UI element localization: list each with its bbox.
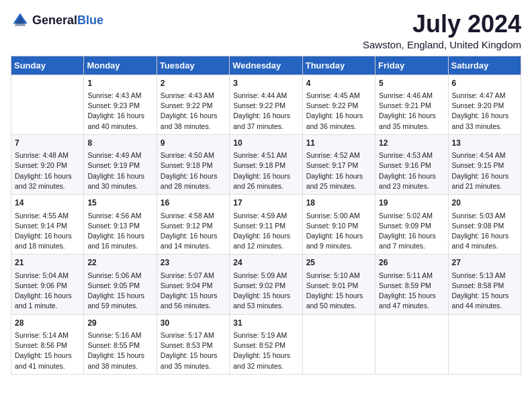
calendar-cell	[302, 314, 375, 374]
cell-content: Sunrise: 4:44 AM Sunset: 9:22 PM Dayligh…	[233, 91, 298, 132]
day-number: 12	[379, 138, 444, 149]
day-number: 19	[379, 197, 444, 209]
weekday-header: Wednesday	[230, 56, 302, 75]
calendar-cell: 28Sunrise: 5:14 AM Sunset: 8:56 PM Dayli…	[11, 314, 84, 374]
calendar-cell: 12Sunrise: 4:53 AM Sunset: 9:16 PM Dayli…	[375, 134, 448, 194]
weekday-header: Sunday	[11, 56, 84, 75]
calendar-cell	[11, 75, 84, 134]
day-number: 9	[161, 138, 226, 149]
calendar-cell: 8Sunrise: 4:49 AM Sunset: 9:19 PM Daylig…	[84, 134, 157, 194]
calendar-cell: 14Sunrise: 4:55 AM Sunset: 9:14 PM Dayli…	[11, 195, 84, 255]
calendar-cell: 23Sunrise: 5:07 AM Sunset: 9:04 PM Dayli…	[157, 255, 229, 314]
day-number: 24	[233, 257, 298, 269]
calendar-week-row: 28Sunrise: 5:14 AM Sunset: 8:56 PM Dayli…	[11, 314, 521, 374]
calendar-cell: 29Sunrise: 5:16 AM Sunset: 8:55 PM Dayli…	[84, 314, 157, 374]
day-number: 18	[306, 197, 371, 209]
day-number: 7	[15, 138, 80, 149]
cell-content: Sunrise: 5:06 AM Sunset: 9:05 PM Dayligh…	[87, 271, 152, 312]
cell-content: Sunrise: 4:45 AM Sunset: 9:22 PM Dayligh…	[306, 91, 371, 132]
cell-content: Sunrise: 5:07 AM Sunset: 9:04 PM Dayligh…	[161, 271, 226, 312]
calendar-week-row: 7Sunrise: 4:48 AM Sunset: 9:20 PM Daylig…	[11, 134, 521, 194]
calendar-cell: 25Sunrise: 5:10 AM Sunset: 9:01 PM Dayli…	[302, 255, 375, 314]
logo-text-blue: Blue	[77, 13, 103, 27]
cell-content: Sunrise: 4:55 AM Sunset: 9:14 PM Dayligh…	[15, 211, 80, 252]
calendar-cell: 20Sunrise: 5:03 AM Sunset: 9:08 PM Dayli…	[448, 195, 521, 255]
calendar-cell: 9Sunrise: 4:50 AM Sunset: 9:18 PM Daylig…	[157, 134, 229, 194]
cell-content: Sunrise: 5:10 AM Sunset: 9:01 PM Dayligh…	[306, 271, 371, 312]
logo: GeneralBlue	[11, 11, 103, 30]
day-number: 20	[452, 197, 517, 209]
calendar-cell	[448, 314, 521, 374]
cell-content: Sunrise: 4:53 AM Sunset: 9:16 PM Dayligh…	[379, 150, 444, 191]
day-number: 1	[87, 78, 152, 89]
calendar-cell: 31Sunrise: 5:19 AM Sunset: 8:52 PM Dayli…	[230, 314, 302, 374]
cell-content: Sunrise: 5:11 AM Sunset: 8:59 PM Dayligh…	[379, 271, 444, 312]
title-area: July 2024 Sawston, England, United Kingd…	[363, 11, 521, 50]
day-number: 4	[306, 78, 371, 89]
cell-content: Sunrise: 5:17 AM Sunset: 8:53 PM Dayligh…	[161, 330, 226, 371]
day-number: 28	[15, 318, 80, 329]
calendar-cell: 16Sunrise: 4:58 AM Sunset: 9:12 PM Dayli…	[157, 195, 229, 255]
cell-content: Sunrise: 5:16 AM Sunset: 8:55 PM Dayligh…	[87, 330, 152, 371]
cell-content: Sunrise: 4:56 AM Sunset: 9:13 PM Dayligh…	[87, 211, 152, 252]
calendar-cell: 7Sunrise: 4:48 AM Sunset: 9:20 PM Daylig…	[11, 134, 84, 194]
cell-content: Sunrise: 4:47 AM Sunset: 9:20 PM Dayligh…	[452, 91, 517, 132]
day-number: 8	[87, 138, 152, 149]
calendar-cell: 30Sunrise: 5:17 AM Sunset: 8:53 PM Dayli…	[157, 314, 229, 374]
cell-content: Sunrise: 5:00 AM Sunset: 9:10 PM Dayligh…	[306, 211, 371, 252]
calendar-cell: 4Sunrise: 4:45 AM Sunset: 9:22 PM Daylig…	[302, 75, 375, 134]
cell-content: Sunrise: 4:43 AM Sunset: 9:22 PM Dayligh…	[161, 91, 226, 132]
calendar-cell: 2Sunrise: 4:43 AM Sunset: 9:22 PM Daylig…	[157, 75, 229, 134]
calendar-cell: 5Sunrise: 4:46 AM Sunset: 9:21 PM Daylig…	[375, 75, 448, 134]
cell-content: Sunrise: 4:52 AM Sunset: 9:17 PM Dayligh…	[306, 150, 371, 191]
calendar-week-row: 21Sunrise: 5:04 AM Sunset: 9:06 PM Dayli…	[11, 255, 521, 314]
calendar-table: SundayMondayTuesdayWednesdayThursdayFrid…	[11, 56, 521, 375]
calendar-cell: 19Sunrise: 5:02 AM Sunset: 9:09 PM Dayli…	[375, 195, 448, 255]
day-number: 2	[161, 78, 226, 89]
calendar-cell	[375, 314, 448, 374]
cell-content: Sunrise: 4:51 AM Sunset: 9:18 PM Dayligh…	[233, 150, 298, 191]
cell-content: Sunrise: 5:03 AM Sunset: 9:08 PM Dayligh…	[452, 211, 517, 252]
location-title: Sawston, England, United Kingdom	[363, 39, 521, 50]
weekday-header: Thursday	[302, 56, 375, 75]
cell-content: Sunrise: 5:13 AM Sunset: 8:58 PM Dayligh…	[452, 271, 517, 312]
weekday-header: Tuesday	[157, 56, 229, 75]
day-number: 30	[161, 318, 226, 329]
calendar-cell: 22Sunrise: 5:06 AM Sunset: 9:05 PM Dayli…	[84, 255, 157, 314]
day-number: 17	[233, 197, 298, 209]
month-title: July 2024	[363, 11, 521, 38]
day-number: 22	[87, 257, 152, 269]
day-number: 25	[306, 257, 371, 269]
cell-content: Sunrise: 5:09 AM Sunset: 9:02 PM Dayligh…	[233, 271, 298, 312]
cell-content: Sunrise: 5:02 AM Sunset: 9:09 PM Dayligh…	[379, 211, 444, 252]
calendar-cell: 3Sunrise: 4:44 AM Sunset: 9:22 PM Daylig…	[230, 75, 302, 134]
calendar-cell: 1Sunrise: 4:43 AM Sunset: 9:23 PM Daylig…	[84, 75, 157, 134]
day-number: 29	[87, 318, 152, 329]
cell-content: Sunrise: 4:59 AM Sunset: 9:11 PM Dayligh…	[233, 211, 298, 252]
weekday-header: Friday	[375, 56, 448, 75]
calendar-week-row: 1Sunrise: 4:43 AM Sunset: 9:23 PM Daylig…	[11, 75, 521, 134]
calendar-cell: 18Sunrise: 5:00 AM Sunset: 9:10 PM Dayli…	[302, 195, 375, 255]
day-number: 3	[233, 78, 298, 89]
calendar-week-row: 14Sunrise: 4:55 AM Sunset: 9:14 PM Dayli…	[11, 195, 521, 255]
day-number: 15	[87, 197, 152, 209]
weekday-header: Saturday	[448, 56, 521, 75]
day-number: 6	[452, 78, 517, 89]
calendar-cell: 21Sunrise: 5:04 AM Sunset: 9:06 PM Dayli…	[11, 255, 84, 314]
cell-content: Sunrise: 4:49 AM Sunset: 9:19 PM Dayligh…	[87, 150, 152, 191]
day-number: 5	[379, 78, 444, 89]
calendar-cell: 10Sunrise: 4:51 AM Sunset: 9:18 PM Dayli…	[230, 134, 302, 194]
cell-content: Sunrise: 4:48 AM Sunset: 9:20 PM Dayligh…	[15, 150, 80, 191]
calendar-cell: 26Sunrise: 5:11 AM Sunset: 8:59 PM Dayli…	[375, 255, 448, 314]
logo-text-general: General	[32, 13, 77, 27]
day-number: 23	[161, 257, 226, 269]
calendar-cell: 17Sunrise: 4:59 AM Sunset: 9:11 PM Dayli…	[230, 195, 302, 255]
day-number: 27	[452, 257, 517, 269]
cell-content: Sunrise: 5:19 AM Sunset: 8:52 PM Dayligh…	[233, 330, 298, 371]
calendar-cell: 13Sunrise: 4:54 AM Sunset: 9:15 PM Dayli…	[448, 134, 521, 194]
calendar-cell: 24Sunrise: 5:09 AM Sunset: 9:02 PM Dayli…	[230, 255, 302, 314]
cell-content: Sunrise: 4:46 AM Sunset: 9:21 PM Dayligh…	[379, 91, 444, 132]
calendar-cell: 15Sunrise: 4:56 AM Sunset: 9:13 PM Dayli…	[84, 195, 157, 255]
cell-content: Sunrise: 4:50 AM Sunset: 9:18 PM Dayligh…	[161, 150, 226, 191]
calendar-cell: 11Sunrise: 4:52 AM Sunset: 9:17 PM Dayli…	[302, 134, 375, 194]
